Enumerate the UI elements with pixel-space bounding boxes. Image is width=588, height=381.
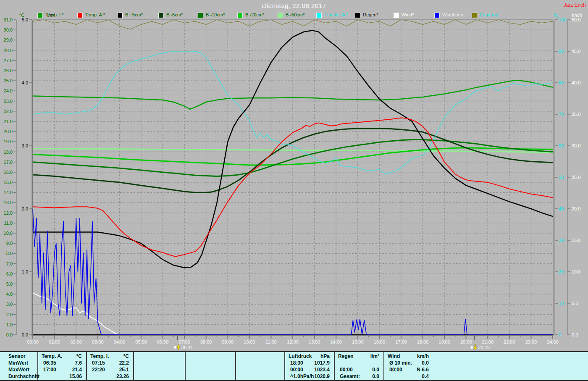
table-cell-value: 0.0	[388, 360, 429, 366]
table-cell-value: 1023.4	[289, 367, 330, 373]
percent-axis-header: %	[554, 13, 558, 18]
legend-swatch-wind	[394, 13, 399, 18]
table-cell-value: 22.2	[90, 360, 129, 366]
rain-tick-label: 3.0	[22, 143, 28, 148]
percent-tick-label: 20	[559, 269, 564, 274]
percent-tick-label: 40	[559, 206, 564, 211]
table-cell-value: 23.26	[90, 373, 129, 379]
legend-label: B -20cm*	[245, 12, 264, 17]
legend-swatch-empfang	[472, 13, 477, 18]
legend-label: Feuchte A.*	[324, 12, 348, 17]
legend-swatch-b-minus50	[278, 13, 283, 18]
kmh-tick-label: 30.0	[572, 143, 580, 148]
hour-label: 15:00	[352, 339, 364, 344]
celsius-tick-label: 2.0	[6, 312, 13, 317]
percent-tick-label: 0	[559, 332, 561, 337]
percent-tick-label: 80	[559, 80, 564, 85]
kmh-tick-label: 35.0	[572, 112, 580, 117]
table-cell-value: 1020.9	[289, 373, 330, 379]
weather-app-window: { "header": {"title": "Dienstag, 22.08.2…	[0, 0, 588, 381]
percent-tick-label: 60	[559, 143, 564, 148]
table-cell-value: N 6.6	[388, 367, 429, 373]
percent-tick-label: 10	[559, 301, 564, 306]
kmh-tick-label: 25.0	[572, 175, 580, 180]
legend-label: B -5cm*	[166, 12, 183, 17]
legend-swatch-b-minus10	[198, 13, 203, 18]
hour-label: 21:00	[482, 339, 494, 344]
celsius-tick-label: 0.0	[6, 332, 13, 337]
legend-item-b-plus5: B +5cm*	[117, 12, 143, 18]
hour-label: 07:00	[178, 339, 190, 344]
legend-label: B -50cm*	[286, 12, 304, 17]
legend-item-wind: Wind*	[394, 12, 414, 18]
celsius-tick-label: 10.0	[4, 231, 13, 236]
legend-item-regen: Regen*	[355, 12, 378, 18]
celsius-tick-label: 6.0	[6, 271, 13, 276]
legend-swatch-temp-a	[77, 13, 83, 18]
hour-label: 18:00	[417, 339, 429, 344]
rain-tick-label: 2.0	[22, 206, 28, 211]
table-separator	[383, 352, 384, 380]
sunset-icon	[470, 346, 473, 349]
legend-item-temp-i: Temp. I.*	[37, 12, 63, 18]
table-cell-value: 0.0	[338, 373, 379, 379]
celsius-tick-label: 9.0	[6, 241, 13, 246]
kmh-tick-label: 15.0	[572, 238, 580, 243]
legend-item-b-minus10: B -10cm*	[198, 12, 225, 18]
hour-label: 17:00	[395, 339, 407, 344]
table-col-unit: °C	[42, 353, 82, 359]
celsius-tick-label: 30.0	[4, 27, 13, 32]
hour-label: 10:00	[244, 339, 255, 344]
kmh-tick-label: 0.0	[572, 332, 578, 337]
table-row-header: MaxWert	[8, 367, 29, 373]
percent-tick-label: 30	[559, 238, 564, 243]
kmh-tick-label: 5.0	[572, 301, 578, 306]
legend-label: Wind*	[402, 12, 414, 17]
celsius-tick-label: 15.0	[4, 180, 13, 185]
celsius-tick-label: 21.0	[4, 119, 13, 124]
sunset-icon	[473, 344, 477, 350]
table-cell-value: 25.1	[90, 367, 129, 373]
legend-label: Regen*	[363, 12, 378, 17]
legend-label: Temp. I.*	[45, 12, 63, 17]
legend-swatch-feuchte	[316, 13, 322, 18]
kmh-axis-header: km/h	[572, 13, 582, 18]
hour-label: 20:00	[460, 339, 472, 344]
table-col-unit: °C	[90, 353, 129, 359]
rain-tick-label: 4.0	[22, 80, 28, 85]
table-col-unit: hPa	[289, 353, 330, 359]
celsius-tick-label: 14.0	[4, 190, 13, 195]
table-separator	[185, 352, 186, 380]
stats-table: SensorMinWertMaxWertDurchschnittTemp. A.…	[0, 351, 588, 381]
table-cell-value: 21.4	[42, 367, 82, 373]
sunrise-icon	[173, 346, 176, 349]
table-row-header: MinWert	[8, 360, 28, 366]
kmh-tick-label: 40.0	[572, 80, 580, 85]
rain-tick-label: 1.0	[22, 269, 28, 274]
table-cell-value: 7.6	[42, 360, 82, 366]
hour-label: 00:00	[27, 339, 39, 344]
celsius-tick-label: 13.0	[4, 200, 13, 205]
rain-tick-label: 0.0	[22, 332, 28, 337]
celsius-tick-label: 4.0	[6, 292, 13, 297]
legend-swatch-windboeen	[434, 13, 440, 18]
sunrise-time-label: 06:41	[181, 345, 193, 350]
legend-swatch-b-minus5	[158, 13, 164, 18]
hour-label: 19:00	[438, 339, 450, 344]
hour-label: 23:00	[525, 339, 537, 344]
table-cell-value: 1017.9	[289, 360, 330, 366]
percent-tick-label: 50	[559, 175, 564, 180]
celsius-tick-label: 27.0	[4, 58, 13, 63]
percent-tick-label: 90	[559, 49, 564, 54]
hour-label: 12:00	[287, 339, 299, 344]
table-cell-value: 0.0	[338, 367, 379, 373]
hour-label: 08:00	[200, 339, 212, 344]
kmh-tick-label: 50.0	[572, 17, 580, 22]
kmh-tick-label: 10.0	[572, 269, 580, 274]
table-row-header: Durchschnitt	[8, 373, 39, 379]
legend-item-b-minus20: B -20cm*	[237, 12, 264, 18]
table-cell-value: 15.06	[42, 373, 82, 379]
legend-swatch-b-minus20	[237, 13, 243, 18]
hour-label: 05:00	[135, 339, 147, 344]
legend-swatch-temp-i	[37, 13, 43, 18]
